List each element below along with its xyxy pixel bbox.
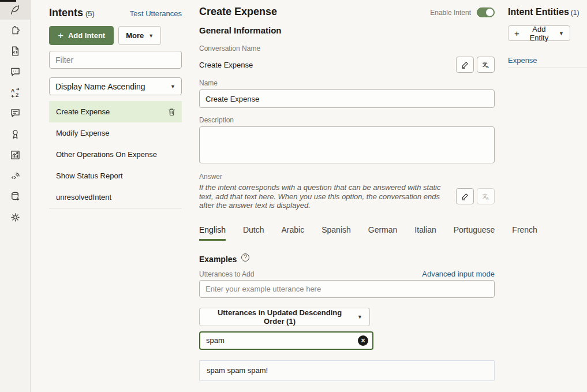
enable-intent-toggle[interactable]: [477, 8, 495, 17]
tab-portuguese[interactable]: Portuguese: [454, 225, 495, 241]
intent-entities-panel: Intent Entities(1) + Add Entity ▼ Expens…: [508, 0, 587, 65]
translate-az-icon: AZ: [9, 87, 21, 99]
sidebar-item-chat-dots[interactable]: [0, 61, 30, 82]
delete-intent-button[interactable]: [167, 107, 176, 117]
language-tabs: English Dutch Arabic Spanish German Ital…: [199, 225, 495, 241]
description-textarea[interactable]: [199, 126, 495, 163]
intent-row-create-expense[interactable]: Create Expense: [49, 101, 182, 122]
clear-filter-button[interactable]: ×: [358, 335, 368, 346]
sidebar-item-database[interactable]: [0, 186, 30, 207]
intents-panel: Intents(5) Test Utterances + Add Intent …: [49, 0, 182, 208]
tab-german[interactable]: German: [368, 225, 398, 241]
intent-entities-title: Intent Entities(1): [508, 0, 587, 17]
page-title: Intents: [49, 7, 83, 18]
edit-conversation-name-button[interactable]: [456, 57, 474, 73]
pencil-icon: [461, 192, 469, 201]
utterance-filter-input[interactable]: [199, 331, 373, 350]
utterance-sort-dropdown[interactable]: Utterances in Updated Descending Order (…: [199, 308, 370, 326]
sidebar-item-code-signal[interactable]: [0, 165, 30, 186]
intent-list: Create Expense Modify Expense Other Oper…: [49, 101, 182, 208]
answer-help-text: If the intent corresponds with a questio…: [199, 183, 454, 210]
general-information-heading: General Information: [199, 25, 495, 35]
quill-icon: [9, 3, 21, 16]
translate-conversation-name-button[interactable]: A: [477, 57, 495, 73]
conversation-name-label: Conversation Name: [199, 44, 495, 53]
translate-icon: A: [481, 192, 490, 201]
examples-heading: Examples: [199, 255, 237, 264]
utterances-to-add-label: Utterances to Add: [199, 270, 254, 278]
code-file-icon: [9, 45, 21, 57]
chat-dots-icon: [9, 66, 21, 78]
description-label: Description: [199, 116, 495, 124]
conversation-name-value: Create Expense: [199, 61, 253, 69]
enable-intent-label: Enable Intent: [430, 9, 471, 17]
svg-text:A: A: [486, 196, 489, 200]
code-signal-icon: [9, 170, 21, 182]
entities-count: (1): [571, 9, 579, 17]
intents-sort-dropdown[interactable]: Display Name Ascending ▼: [49, 77, 182, 95]
plus-icon: +: [58, 30, 63, 42]
intent-row-show-status-report[interactable]: Show Status Report: [49, 165, 182, 186]
tab-italian[interactable]: Italian: [414, 225, 436, 241]
advanced-input-mode-link[interactable]: Advanced input mode: [422, 270, 495, 278]
sidebar-item-translate[interactable]: AZ: [0, 82, 30, 103]
help-icon[interactable]: ?: [241, 253, 249, 262]
chart-icon: [9, 149, 21, 161]
sidebar-item-chart[interactable]: [0, 144, 30, 165]
more-button[interactable]: More ▼: [118, 26, 161, 45]
trash-icon: [167, 107, 176, 117]
test-utterances-link[interactable]: Test Utterances: [130, 9, 182, 18]
close-icon: ×: [361, 337, 365, 344]
answer-label: Answer: [199, 173, 495, 181]
caret-down-icon: ▼: [148, 33, 154, 39]
intent-list-divider: [49, 208, 182, 208]
intents-count: (5): [85, 9, 95, 18]
nav-rail: AZ: [0, 0, 31, 392]
sidebar-item-ribbon[interactable]: [0, 124, 30, 144]
ribbon-icon: [9, 128, 21, 140]
utterance-row[interactable]: spam spam spam!: [199, 360, 495, 381]
svg-text:A: A: [11, 88, 15, 94]
intent-detail-panel: Create Expense Enable Intent General Inf…: [199, 0, 495, 381]
intent-row-modify-expense[interactable]: Modify Expense: [49, 122, 182, 144]
intent-row-other-operations[interactable]: Other Operations On Expense: [49, 144, 182, 165]
gear-icon: [9, 211, 21, 223]
tab-french[interactable]: French: [512, 225, 537, 241]
database-export-icon: [9, 191, 21, 203]
add-intent-button[interactable]: + Add Intent: [49, 26, 114, 45]
svg-text:A: A: [486, 65, 489, 69]
tab-spanish[interactable]: Spanish: [321, 225, 351, 241]
caret-down-icon: ▼: [170, 84, 175, 89]
sidebar-item-code-file[interactable]: [0, 40, 30, 61]
name-label: Name: [199, 79, 495, 87]
translate-answer-button-disabled[interactable]: A: [477, 188, 495, 204]
sidebar-item-settings[interactable]: [0, 207, 30, 227]
caret-down-icon: ▼: [559, 31, 564, 36]
tab-arabic[interactable]: Arabic: [282, 225, 305, 241]
entity-link-expense[interactable]: Expense: [508, 56, 537, 65]
intent-row-unresolved-intent[interactable]: unresolvedIntent: [49, 186, 182, 208]
tab-english[interactable]: English: [199, 225, 226, 241]
intent-title: Create Expense: [199, 6, 277, 17]
edit-answer-button[interactable]: [456, 188, 474, 204]
utterance-input[interactable]: [199, 280, 495, 298]
sidebar-item-puzzle[interactable]: [0, 20, 30, 40]
chat-lines-icon: [9, 107, 21, 120]
add-entity-button[interactable]: + Add Entity ▼: [508, 25, 570, 41]
intents-panel-title: Intents(5): [49, 7, 95, 19]
pencil-icon: [461, 61, 469, 69]
sidebar-item-intents[interactable]: [0, 0, 30, 20]
tab-dutch[interactable]: Dutch: [243, 225, 264, 241]
translate-icon: A: [481, 61, 490, 69]
caret-down-icon: ▼: [357, 314, 362, 320]
sidebar-item-chat-lines[interactable]: [0, 103, 30, 124]
svg-text:Z: Z: [15, 92, 18, 98]
toggle-knob: [486, 9, 493, 16]
app-window: AZ Intents(5) Test Utterances: [0, 0, 587, 392]
puzzle-icon: [9, 24, 21, 36]
name-input[interactable]: [199, 89, 495, 108]
plus-icon: +: [514, 28, 519, 38]
intents-filter-input[interactable]: [49, 51, 182, 69]
entities-divider: [508, 68, 587, 68]
